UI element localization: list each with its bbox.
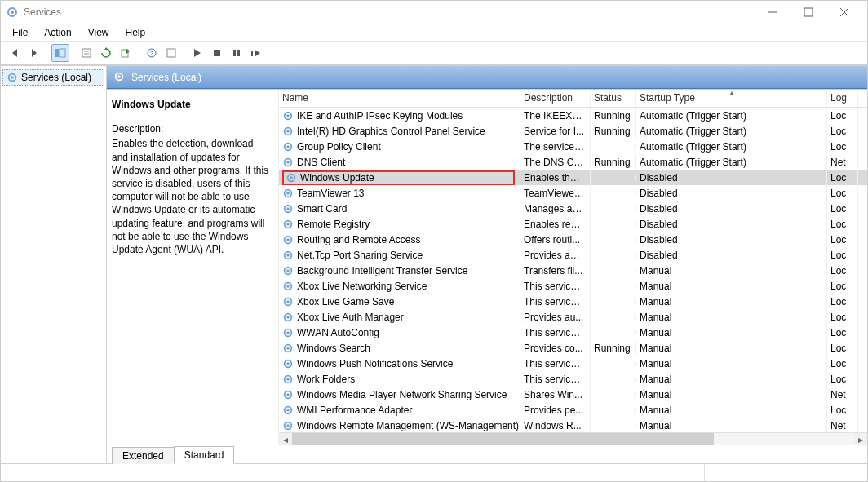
table-row[interactable]: Windows Push Notifications ServiceThis s…	[279, 356, 867, 371]
table-row[interactable]: Routing and Remote AccessOffers routi...…	[279, 232, 867, 247]
minimize-button[interactable]	[755, 1, 790, 24]
table-row[interactable]: Smart CardManages ac...DisabledLoc	[279, 201, 867, 216]
svg-rect-6	[55, 49, 59, 57]
table-row[interactable]: Xbox Live Game SaveThis service ...Manua…	[279, 294, 867, 309]
cell-startup: Manual	[636, 356, 827, 372]
cell-description: Manages ac...	[520, 201, 591, 217]
scroll-right-icon[interactable]: ▸	[854, 433, 867, 446]
svg-point-34	[286, 192, 290, 195]
svg-point-60	[286, 393, 290, 396]
back-button[interactable]	[6, 44, 24, 62]
table-row[interactable]: Windows Remote Management (WS-Management…	[279, 418, 867, 432]
table-row[interactable]: Windows UpdateEnables the ...DisabledLoc	[279, 170, 867, 185]
tab-standard[interactable]: Standard	[174, 446, 235, 464]
svg-rect-14	[167, 49, 175, 57]
table-row[interactable]: Windows SearchProvides co...RunningManua…	[279, 340, 867, 356]
cell-startup: Manual	[636, 402, 827, 418]
svg-point-38	[286, 223, 290, 226]
cell-name: Windows Push Notifications Service	[279, 356, 520, 372]
table-row[interactable]: Xbox Live Networking ServiceThis service…	[279, 278, 867, 294]
column-logon[interactable]: Log	[827, 90, 858, 107]
svg-point-46	[286, 285, 290, 288]
menu-action[interactable]: Action	[38, 25, 78, 40]
service-name: Windows Remote Management (WS-Management…	[297, 420, 519, 431]
maximize-button[interactable]	[790, 1, 826, 24]
table-row[interactable]: Windows Media Player Network Sharing Ser…	[279, 387, 867, 402]
svg-rect-16	[233, 50, 236, 56]
cell-logon: Loc	[827, 371, 858, 387]
selected-service-name: Windows Update	[112, 98, 270, 111]
table-row[interactable]: Net.Tcp Port Sharing ServiceProvides abi…	[279, 247, 867, 263]
menu-file[interactable]: File	[6, 25, 34, 40]
scroll-track[interactable]	[292, 433, 854, 446]
scroll-thumb[interactable]	[292, 433, 714, 446]
cell-status	[591, 408, 636, 413]
gear-icon	[113, 71, 126, 84]
table-row[interactable]: WMI Performance AdapterProvides pe...Man…	[279, 402, 867, 418]
restart-service-button[interactable]	[247, 44, 265, 62]
services-window: Services File Action View Help ?	[0, 0, 868, 482]
cell-description: Enables rem...	[520, 216, 591, 232]
scroll-left-icon[interactable]: ◂	[279, 433, 292, 446]
table-row[interactable]: Remote RegistryEnables rem...DisabledLoc	[279, 216, 867, 232]
column-name[interactable]: Name	[279, 90, 520, 107]
column-startup[interactable]: ▴Startup Type	[636, 90, 827, 107]
cell-startup: Manual	[636, 325, 827, 341]
column-description[interactable]: Description	[520, 90, 591, 107]
menu-view[interactable]: View	[82, 25, 116, 40]
cell-logon: Net	[827, 387, 858, 403]
service-name: Xbox Live Auth Manager	[297, 312, 404, 323]
cell-startup: Automatic (Trigger Start)	[636, 123, 827, 139]
table-row[interactable]: Background Intelligent Transfer ServiceT…	[279, 263, 867, 278]
horizontal-scrollbar[interactable]: ◂ ▸	[279, 432, 867, 445]
stop-service-button[interactable]	[208, 44, 226, 62]
cell-name: Net.Tcp Port Sharing Service	[279, 247, 520, 263]
gear-icon	[282, 405, 294, 416]
svg-rect-18	[251, 51, 253, 56]
cell-name: WMI Performance Adapter	[279, 402, 520, 418]
gear-icon	[282, 110, 294, 122]
menu-help[interactable]: Help	[119, 25, 153, 40]
properties-button[interactable]	[78, 44, 95, 62]
gear-icon	[282, 374, 294, 385]
cell-description: Service for I...	[520, 123, 591, 139]
titlebar[interactable]: Services	[1, 1, 867, 24]
table-row[interactable]: Xbox Live Auth ManagerProvides au...Manu…	[279, 309, 867, 325]
service-name: Intel(R) HD Graphics Control Panel Servi…	[297, 126, 485, 137]
cell-startup: Manual	[636, 294, 827, 310]
table-row[interactable]: WWAN AutoConfigThis service ...ManualLoc	[279, 325, 867, 340]
table-row[interactable]: TeamViewer 13TeamViewer...DisabledLoc	[279, 185, 867, 201]
panel-header: Services (Local)	[107, 66, 867, 89]
export-button[interactable]	[117, 44, 135, 62]
service-name: IKE and AuthIP IPsec Keying Modules	[297, 110, 463, 122]
cell-name: Background Intelligent Transfer Service	[279, 263, 520, 279]
pause-service-button[interactable]	[228, 44, 246, 62]
tree-item-services-local[interactable]: Services (Local)	[2, 69, 104, 86]
cell-description: Offers routi...	[520, 232, 591, 248]
cell-description: The IKEEXT ...	[520, 108, 591, 124]
cell-status: Running	[591, 340, 636, 356]
tab-extended[interactable]: Extended	[112, 447, 175, 464]
forward-button[interactable]	[25, 44, 43, 62]
table-row[interactable]: Intel(R) HD Graphics Control Panel Servi…	[279, 123, 867, 139]
cell-status: Running	[591, 154, 636, 170]
cell-name: Intel(R) HD Graphics Control Panel Servi…	[279, 123, 520, 139]
cell-status	[591, 284, 636, 289]
show-hide-tree-button[interactable]	[51, 44, 69, 62]
column-status[interactable]: Status	[591, 90, 636, 107]
cell-startup: Automatic (Trigger Start)	[636, 154, 827, 170]
list-rows[interactable]: IKE and AuthIP IPsec Keying ModulesThe I…	[279, 108, 867, 432]
svg-point-26	[286, 130, 290, 133]
close-button[interactable]	[826, 1, 862, 24]
cell-status: Running	[591, 123, 636, 139]
cell-status	[591, 191, 636, 196]
table-row[interactable]: Work FoldersThis service ...ManualLoc	[279, 371, 867, 387]
table-row[interactable]: Group Policy ClientThe service ...Automa…	[279, 139, 867, 154]
sheet-button[interactable]	[162, 44, 180, 62]
cell-startup: Manual	[636, 263, 827, 279]
table-row[interactable]: IKE and AuthIP IPsec Keying ModulesThe I…	[279, 108, 867, 123]
refresh-button[interactable]	[97, 44, 115, 62]
service-name: DNS Client	[297, 157, 345, 168]
help-button[interactable]: ?	[143, 44, 161, 62]
start-service-button[interactable]	[188, 44, 206, 62]
